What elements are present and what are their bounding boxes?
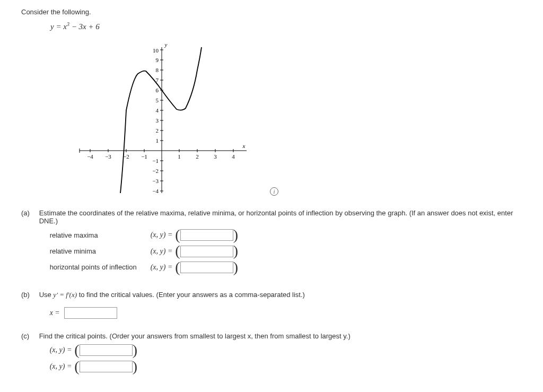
critical-point-2-row: (x, y) = ( ) xyxy=(50,361,521,372)
part-b-label: (b) xyxy=(21,291,37,299)
right-paren: ) xyxy=(233,229,238,241)
left-paren: ( xyxy=(74,344,79,356)
right-paren: ) xyxy=(133,361,137,372)
horiz-infl-input[interactable] xyxy=(180,262,233,273)
part-a-prompt: Estimate the coordinates of the relative… xyxy=(39,209,521,225)
svg-text:2: 2 xyxy=(156,127,159,134)
critical-point-1-input[interactable] xyxy=(80,344,133,356)
svg-text:−1: −1 xyxy=(141,153,147,160)
part-a-label: (a) xyxy=(21,209,37,217)
right-paren: ) xyxy=(233,245,238,257)
relative-maxima-row: relative maxima (x, y) = ( ) xyxy=(50,229,521,241)
rel-max-label: relative maxima xyxy=(50,231,151,239)
svg-text:y: y xyxy=(164,41,168,48)
critical-values-input[interactable] xyxy=(64,307,117,319)
rel-max-input[interactable] xyxy=(180,229,233,241)
function-graph: −4 −3 −2 −1 1 2 3 4 x xyxy=(50,39,252,198)
svg-text:6: 6 xyxy=(156,87,159,93)
equation: y = x3 − 3x + 6 xyxy=(50,21,522,31)
svg-text:4: 4 xyxy=(156,107,159,114)
svg-text:10: 10 xyxy=(153,47,159,54)
svg-text:2: 2 xyxy=(196,153,199,160)
svg-text:1: 1 xyxy=(178,153,181,160)
svg-text:1: 1 xyxy=(156,137,159,144)
svg-text:−3: −3 xyxy=(105,153,111,160)
svg-text:8: 8 xyxy=(156,67,159,73)
svg-text:−4: −4 xyxy=(87,153,93,160)
svg-text:−2: −2 xyxy=(152,168,159,174)
part-c-label: (c) xyxy=(21,332,37,340)
part-c-prompt: Find the critical points. (Order your an… xyxy=(39,332,521,340)
left-paren: ( xyxy=(74,361,79,372)
part-a: (a) Estimate the coordinates of the rela… xyxy=(21,209,522,277)
xy-label: (x, y) = xyxy=(151,247,173,256)
left-paren: ( xyxy=(175,262,180,273)
part-b: (b) Use y' = f'(x) to find the critical … xyxy=(21,291,522,319)
right-paren: ) xyxy=(233,262,238,273)
svg-text:−1: −1 xyxy=(152,158,159,164)
svg-text:3: 3 xyxy=(156,117,159,124)
horiz-inflection-row: horizontal points of inflection (x, y) =… xyxy=(50,262,521,273)
svg-text:−4: −4 xyxy=(152,188,159,194)
graph-container: −4 −3 −2 −1 1 2 3 4 x xyxy=(50,39,252,198)
svg-text:4: 4 xyxy=(232,153,235,160)
svg-text:3: 3 xyxy=(214,153,217,160)
critical-point-2-input[interactable] xyxy=(80,361,133,372)
xy-label: (x, y) = xyxy=(151,263,173,272)
relative-minima-row: relative minima (x, y) = ( ) xyxy=(50,245,521,257)
horiz-infl-label: horizontal points of inflection xyxy=(50,263,151,271)
rel-min-label: relative minima xyxy=(50,247,151,255)
part-c: (c) Find the critical points. (Order you… xyxy=(21,332,522,377)
svg-text:5: 5 xyxy=(156,97,159,103)
left-paren: ( xyxy=(175,245,180,257)
svg-text:x: x xyxy=(242,143,246,149)
info-icon[interactable]: i xyxy=(270,187,278,196)
part-b-prompt: Use y' = f'(x) to find the critical valu… xyxy=(39,291,521,299)
left-paren: ( xyxy=(175,229,180,241)
critical-point-1-row: (x, y) = ( ) xyxy=(50,344,521,356)
intro-text: Consider the following. xyxy=(21,8,522,16)
rel-min-input[interactable] xyxy=(180,246,233,257)
svg-text:9: 9 xyxy=(156,57,159,63)
svg-text:−3: −3 xyxy=(152,178,159,184)
xy-label: (x, y) = xyxy=(151,231,173,239)
xy-label: (x, y) = xyxy=(50,346,72,354)
right-paren: ) xyxy=(133,344,137,356)
x-equals-label: x = xyxy=(50,309,60,317)
xy-label: (x, y) = xyxy=(50,362,72,371)
